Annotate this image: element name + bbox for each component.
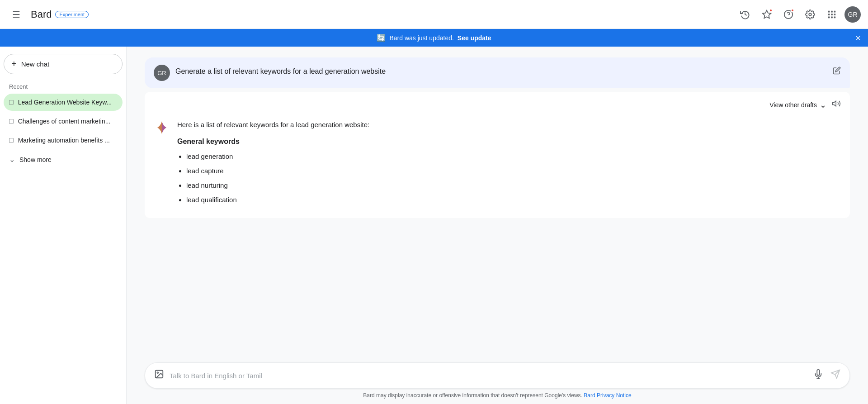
response-intro: Here is a list of relevant keywords for …: [177, 119, 369, 130]
main-layout: + New chat Recent □ Lead Generation Webs…: [0, 47, 868, 404]
topbar-left: ☰ Bard Experiment: [7, 5, 89, 24]
chat-input[interactable]: [170, 372, 808, 380]
gear-icon: [805, 10, 815, 19]
svg-rect-9: [834, 14, 836, 15]
send-icon: [830, 369, 840, 379]
user-avatar: GR: [154, 65, 170, 81]
apps-button[interactable]: [823, 5, 841, 24]
svg-point-15: [157, 372, 158, 373]
response-body: Here is a list of relevant keywords for …: [145, 112, 850, 218]
history-button[interactable]: [736, 5, 754, 24]
svg-rect-6: [834, 10, 836, 12]
svg-rect-10: [828, 16, 830, 18]
svg-point-3: [809, 13, 811, 16]
chevron-down-icon: ⌄: [820, 100, 826, 110]
topbar: ☰ Bard Experiment: [0, 0, 868, 29]
privacy-notice-link[interactable]: Bard Privacy Notice: [584, 392, 631, 399]
image-upload-button[interactable]: [152, 367, 166, 384]
sidebar: + New chat Recent □ Lead Generation Webs…: [0, 47, 127, 404]
avatar[interactable]: GR: [844, 6, 861, 23]
disclaimer: Bard may display inaccurate or offensive…: [145, 389, 850, 400]
banner-close-button[interactable]: ×: [855, 33, 861, 43]
see-update-link[interactable]: See update: [458, 34, 491, 42]
banner-message: Bard was just updated.: [389, 34, 453, 42]
input-area: Bard may display inaccurate or offensive…: [127, 357, 868, 404]
list-item-0: lead generation: [186, 151, 369, 162]
chat-container: GR Generate a list of relevant keywords …: [127, 47, 868, 357]
brand-name: Bard: [31, 9, 52, 20]
show-more-item[interactable]: ⌄ Show more: [4, 151, 123, 168]
menu-button[interactable]: ☰: [7, 5, 25, 24]
user-message: GR Generate a list of relevant keywords …: [145, 57, 850, 88]
chat-bubble-icon-0: □: [9, 98, 14, 106]
response-text: Here is a list of relevant keywords for …: [177, 119, 369, 209]
svg-rect-7: [828, 14, 830, 15]
response-section-title: General keywords: [177, 136, 369, 147]
sidebar-item-lead-gen[interactable]: □ Lead Generation Website Keyw...: [4, 94, 123, 111]
sound-button[interactable]: [830, 97, 843, 112]
view-drafts-label: View other drafts: [769, 101, 817, 109]
show-more-label: Show more: [19, 156, 52, 163]
chevron-down-icon: ⌄: [9, 155, 15, 164]
speaker-icon: [832, 99, 841, 108]
brand: Bard Experiment: [31, 9, 89, 20]
sidebar-item-text-0: Lead Generation Website Keyw...: [18, 99, 112, 106]
edit-message-button[interactable]: [831, 65, 843, 79]
response-bullet-list: lead generation lead capture lead nurtur…: [177, 151, 369, 205]
image-icon: [154, 369, 164, 379]
bard-sparkle-icon: [154, 119, 170, 136]
sidebar-item-text-2: Marketing automation benefits ...: [18, 137, 110, 144]
history-icon: [740, 10, 750, 19]
svg-rect-12: [834, 16, 836, 18]
input-row: [145, 362, 850, 389]
list-item-2: lead nurturing: [186, 180, 369, 191]
svg-rect-11: [831, 16, 833, 18]
recent-label: Recent: [4, 80, 123, 92]
microphone-icon: [813, 369, 823, 379]
settings-button[interactable]: [801, 5, 819, 24]
help-button[interactable]: [779, 5, 797, 24]
response-area: View other drafts ⌄: [145, 92, 850, 218]
new-chat-label: New chat: [21, 60, 50, 68]
topbar-right: GR: [736, 5, 861, 24]
sidebar-item-text-1: Challenges of content marketin...: [18, 118, 111, 125]
svg-marker-13: [833, 101, 836, 106]
chat-bubble-icon-1: □: [9, 117, 14, 125]
list-item-1: lead capture: [186, 166, 369, 176]
svg-rect-5: [831, 10, 833, 12]
favorites-button[interactable]: [758, 5, 776, 24]
disclaimer-text: Bard may display inaccurate or offensive…: [363, 392, 582, 399]
chat-bubble-icon-2: □: [9, 136, 14, 144]
send-button[interactable]: [829, 367, 842, 384]
pencil-icon: [833, 67, 841, 75]
response-header: View other drafts ⌄: [145, 92, 850, 112]
star-badge: [769, 9, 773, 12]
content-area: GR Generate a list of relevant keywords …: [127, 47, 868, 404]
svg-rect-8: [831, 14, 833, 15]
update-icon: 🔄: [377, 33, 386, 42]
new-chat-button[interactable]: + New chat: [4, 54, 123, 74]
microphone-button[interactable]: [811, 367, 825, 384]
grid-icon: [827, 10, 837, 19]
update-banner: 🔄 Bard was just updated. See update ×: [0, 29, 868, 47]
svg-rect-4: [828, 10, 830, 12]
sidebar-item-content-marketing[interactable]: □ Challenges of content marketin...: [4, 113, 123, 130]
experiment-badge: Experiment: [55, 11, 89, 18]
plus-icon: +: [11, 59, 17, 69]
view-other-drafts-button[interactable]: View other drafts ⌄: [769, 100, 826, 110]
user-message-text: Generate a list of relevant keywords for…: [175, 65, 841, 76]
help-badge: [791, 9, 794, 12]
sidebar-item-marketing-automation[interactable]: □ Marketing automation benefits ...: [4, 132, 123, 149]
list-item-3: lead qualification: [186, 195, 369, 205]
